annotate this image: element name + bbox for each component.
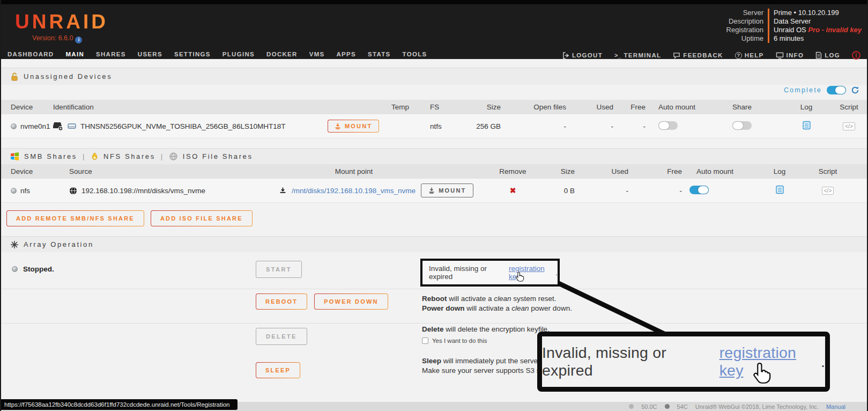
- col-temp: Temp: [380, 103, 420, 111]
- nav-main[interactable]: MAIN: [65, 51, 84, 60]
- terminal-button[interactable]: >_ TERMINAL: [614, 52, 661, 58]
- delete-confirm-label: Yes I want to do this: [432, 337, 487, 344]
- mount-button-share[interactable]: MOUNT: [421, 184, 473, 197]
- add-drive-icon[interactable]: [53, 121, 63, 131]
- nav-docker[interactable]: DOCKER: [266, 51, 298, 60]
- sleep-button[interactable]: SLEEP: [256, 362, 300, 378]
- footer-manual-link[interactable]: Manual: [826, 403, 845, 410]
- terminal-icon: >_: [614, 52, 621, 58]
- nav-settings[interactable]: SETTINGS: [174, 51, 211, 60]
- temp-dot-1: [629, 404, 634, 409]
- logout-button[interactable]: LOGOUT: [562, 52, 603, 59]
- device-identification[interactable]: THNSN5256GPUK_NVMe_TOSHIBA_256GB_86LS10M…: [80, 122, 285, 130]
- array-operation-section-header: Array Operation: [1, 236, 867, 252]
- delete-description: Delete will delete the encryption keyfil…: [422, 325, 550, 346]
- nav-stats[interactable]: STATS: [368, 51, 391, 60]
- add-iso-file-share-button[interactable]: ADD ISO FILE SHARE: [151, 210, 253, 226]
- info-button[interactable]: INFO: [776, 52, 804, 59]
- col-mount-point: Mount point: [278, 167, 487, 175]
- nav-plugins[interactable]: PLUGINS: [222, 51, 255, 60]
- complete-toggle-row: Complete: [784, 86, 859, 94]
- array-status-dot: [12, 266, 18, 272]
- server-label: Server: [726, 9, 763, 17]
- nfs-shares-tab[interactable]: NFS Shares: [103, 152, 155, 160]
- nav-users[interactable]: USERS: [138, 51, 162, 60]
- feedback-button[interactable]: FEEDBACK: [673, 52, 723, 59]
- col-used: Used: [567, 103, 614, 111]
- iso-file-shares-tab[interactable]: ISO File Shares: [183, 152, 253, 160]
- col-remove: Remove: [487, 167, 538, 175]
- sleep-description: Sleep will immediately put the server in…: [422, 356, 550, 375]
- mount-point-link[interactable]: /mnt/disks/192.168.10.198_vms_nvme: [292, 187, 416, 195]
- share-toggle[interactable]: [732, 121, 752, 130]
- nav-apps[interactable]: APPS: [337, 51, 357, 60]
- col-device: Device: [1, 167, 68, 175]
- array-operation-icon: [11, 241, 18, 248]
- device-log-icon[interactable]: [802, 121, 811, 130]
- uptime-label: Uptime: [726, 34, 763, 43]
- footer-copyright: Unraid® WebGui ©2018, Lime Technology, I…: [695, 403, 819, 410]
- nav-vms[interactable]: VMS: [309, 51, 325, 60]
- unraid-logo: UNRAID: [15, 11, 108, 33]
- device-name[interactable]: nvme0n1: [20, 122, 50, 130]
- mount-icon: [428, 187, 435, 194]
- version-info-icon[interactable]: i: [75, 36, 82, 43]
- alert-power-icon[interactable]: [852, 51, 860, 60]
- uptime-value: 6 minutes: [774, 34, 862, 43]
- hand-cursor-icon: [515, 271, 524, 282]
- device-open-files: -: [502, 122, 567, 130]
- help-button[interactable]: ? HELP: [735, 52, 764, 59]
- share-log-icon[interactable]: [775, 185, 784, 194]
- logout-icon: [562, 52, 569, 59]
- section-title: Array Operation: [24, 240, 94, 248]
- share-device-name[interactable]: nfs: [20, 187, 30, 195]
- mount-button-unassigned[interactable]: MOUNT: [328, 120, 379, 133]
- col-auto-mount: Auto mount: [683, 167, 747, 175]
- unassigned-device-row: nvme0n1 THNSN5256GPUK_NVMe_TOSHIBA_256GB…: [1, 114, 867, 138]
- delete-confirm-checkbox[interactable]: [422, 337, 428, 344]
- footer-temp-1: 50.0C: [641, 403, 657, 410]
- device-script-icon[interactable]: </>: [843, 122, 855, 130]
- start-button[interactable]: START: [256, 261, 302, 278]
- download-icon: [279, 187, 286, 194]
- col-script: Script: [812, 167, 844, 175]
- auto-mount-toggle-share[interactable]: [689, 186, 709, 194]
- share-status-dot: [11, 188, 17, 194]
- power-down-button[interactable]: POWER DOWN: [314, 293, 388, 310]
- nfs-shares-icon: [91, 152, 98, 160]
- registration-label: Registration: [726, 26, 763, 34]
- col-free: Free: [614, 103, 647, 111]
- remove-share-button[interactable]: ✖: [510, 186, 516, 195]
- unlocked-padlock-icon: [11, 72, 18, 81]
- auto-mount-toggle-unassigned[interactable]: [658, 121, 678, 130]
- complete-toggle[interactable]: [827, 86, 846, 94]
- nav-tools[interactable]: TOOLS: [403, 51, 427, 60]
- registration-message-callout: Invalid, missing or expired registration…: [537, 332, 830, 392]
- smb-shares-tab[interactable]: SMB Shares: [24, 152, 77, 160]
- reboot-button[interactable]: REBOOT: [256, 293, 307, 310]
- col-size: Size: [538, 167, 576, 175]
- server-value: Prime • 10.10.20.199: [774, 9, 862, 17]
- delete-button[interactable]: DELETE: [256, 328, 307, 345]
- server-info-panel: Server Description Registration Uptime P…: [726, 9, 862, 43]
- nfs-share-row: nfs 192.168.10.198://mnt/disks/vms_nvme …: [1, 179, 867, 203]
- device-free: -: [614, 122, 647, 130]
- col-device: Device: [1, 103, 52, 111]
- share-actions: ADD REMOTE SMB/NFS SHARE ADD ISO FILE SH…: [6, 210, 253, 226]
- description-value: Data Server: [774, 17, 862, 26]
- add-remote-smb-nfs-share-button[interactable]: ADD REMOTE SMB/NFS SHARE: [6, 210, 144, 226]
- unassigned-table-header: Device Identification Temp FS Size Open …: [1, 100, 867, 114]
- nav-shares[interactable]: SHARES: [96, 51, 126, 60]
- refresh-icon[interactable]: [851, 86, 859, 94]
- device-status-dot: [11, 123, 17, 129]
- unraid-main-page: { "header": { "logo": "UNRAID", "version…: [0, 0, 868, 411]
- log-button[interactable]: LOG: [815, 52, 840, 59]
- registration-message-box: Invalid, missing or expired registration…: [420, 259, 560, 287]
- drive-icon: [68, 122, 76, 130]
- col-used: Used: [576, 167, 629, 175]
- share-script-icon[interactable]: </>: [822, 187, 834, 195]
- nav-dashboard[interactable]: DASHBOARD: [8, 51, 54, 60]
- help-icon: ?: [735, 52, 742, 59]
- header: UNRAID Version: 6.6.0i Server Descriptio…: [1, 0, 867, 59]
- device-size: 256 GB: [452, 122, 502, 130]
